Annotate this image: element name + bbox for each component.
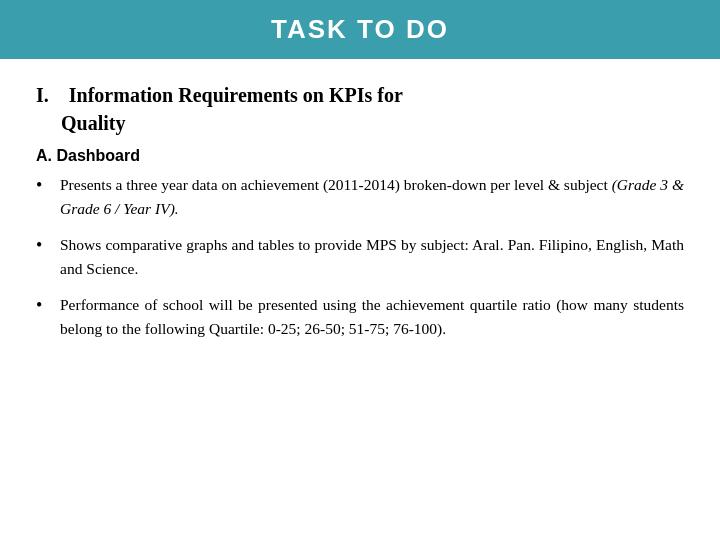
bullet-text-1: Presents a three year data on achievemen…	[60, 173, 684, 221]
section-title-line2: Quality	[61, 112, 125, 134]
header: TASK TO DO	[0, 0, 720, 59]
content: I. Information Requirements on KPIs for …	[0, 59, 720, 540]
list-item: • Presents a three year data on achievem…	[36, 173, 684, 221]
bullet-dot: •	[36, 292, 54, 320]
section-number: I.	[36, 84, 49, 106]
page-container: TASK TO DO I. Information Requirements o…	[0, 0, 720, 540]
list-item: • Performance of school will be presente…	[36, 293, 684, 341]
bullet-dot: •	[36, 172, 54, 200]
bullet-dot: •	[36, 232, 54, 260]
bullet-list: • Presents a three year data on achievem…	[36, 173, 684, 341]
header-title: TASK TO DO	[271, 14, 449, 44]
section-title: I. Information Requirements on KPIs for …	[36, 81, 684, 137]
bullet-text-3: Performance of school will be presented …	[60, 293, 684, 341]
bullet-text-2: Shows comparative graphs and tables to p…	[60, 233, 684, 281]
list-item: • Shows comparative graphs and tables to…	[36, 233, 684, 281]
subsection-title: A. Dashboard	[36, 147, 684, 165]
section-title-line1: Information Requirements on KPIs for	[69, 84, 403, 106]
